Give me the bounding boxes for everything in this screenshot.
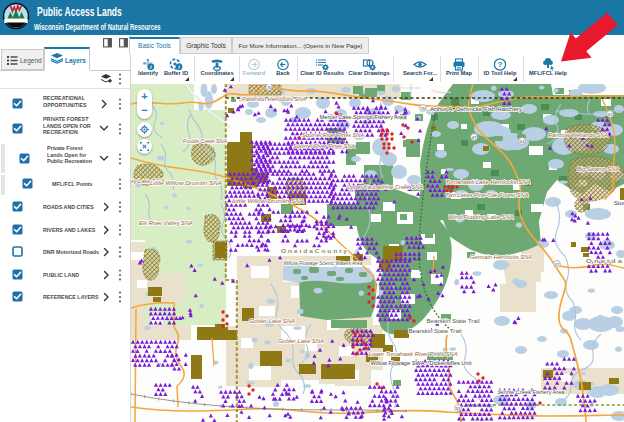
svg-text:47: 47: [472, 135, 477, 140]
svg-text:Tomahawk Lake Hemlocks SNA: Tomahawk Lake Hemlocks SNA: [446, 179, 531, 185]
svg-text:Squirrel River Pines SNA: Squirrel River Pines SNA: [293, 143, 355, 149]
svg-text:?: ?: [498, 60, 503, 69]
svg-text:Arthur A. Oehmcke Fish Hatcher: Arthur A. Oehmcke Fish Hatchery: [430, 106, 522, 112]
svg-text:70: 70: [421, 106, 426, 111]
svg-text:Stone L: Stone L: [614, 200, 624, 206]
svg-text:Bearskin State Trail: Bearskin State Trail: [409, 328, 462, 334]
svg-text:Germain Hemlocks SNA: Germain Hemlocks SNA: [470, 254, 532, 260]
svg-text:47: 47: [555, 262, 560, 267]
svg-text:47: 47: [608, 112, 613, 117]
svg-text:Little Willow Drumlin SNA: Little Willow Drumlin SNA: [232, 198, 304, 204]
svg-text:Big Swamp SNA: Big Swamp SNA: [577, 166, 619, 172]
svg-text:Jennie Creek Fishery Area: Jennie Creek Fishery Area: [498, 389, 566, 395]
svg-text:51: 51: [456, 406, 461, 411]
svg-text:Two Lakes Pine-Oak Forest SNA: Two Lakes Pine-Oak Forest SNA: [446, 192, 529, 198]
svg-text:Bearskin State Trail: Bearskin State Trail: [427, 318, 480, 324]
svg-text:Upper Kaubashine Creek SNA: Upper Kaubashine Creek SNA: [347, 184, 423, 190]
svg-text:Willow Flowage Scenic Waters A: Willow Flowage Scenic Waters Area: [284, 260, 364, 266]
svg-text:Willow Flowage SWA - Dickensif: Willow Flowage SWA - Dickensifles Unit: [371, 360, 472, 366]
svg-text:Lower Tomahawk River Pines SNA: Lower Tomahawk River Pines SNA: [369, 351, 458, 357]
svg-text:Little Willow Drumlin SNA: Little Willow Drumlin SNA: [150, 180, 222, 186]
svg-text:Elk River Valley SNA: Elk River Valley SNA: [139, 220, 193, 226]
svg-text:O n e i d a C o u n t y: O n e i d a C o u n t y: [281, 247, 348, 254]
svg-text:Foulds Creek SNA: Foulds Creek SNA: [183, 138, 227, 144]
svg-text:Rainbow Wetlands SNA: Rainbow Wetlands SNA: [548, 132, 608, 138]
svg-text:70: 70: [267, 85, 272, 90]
svg-text:Squirrel River Pines SNA: Squirrel River Pines SNA: [302, 132, 364, 138]
svg-text:O n e i d a: O n e i d a: [586, 257, 623, 264]
svg-text:Gobler Lake SNA: Gobler Lake SNA: [278, 338, 324, 344]
svg-text:Wind Pudding Lake SNA: Wind Pudding Lake SNA: [449, 214, 514, 220]
svg-text:Mercer Lake Springs Fishery Ar: Mercer Lake Springs Fishery Area: [320, 114, 408, 120]
svg-text:51: 51: [520, 139, 525, 144]
svg-text:Gobler Lake SNA: Gobler Lake SNA: [249, 318, 295, 324]
svg-text:Patterson Hemlocks SNA: Patterson Hemlocks SNA: [242, 96, 306, 102]
